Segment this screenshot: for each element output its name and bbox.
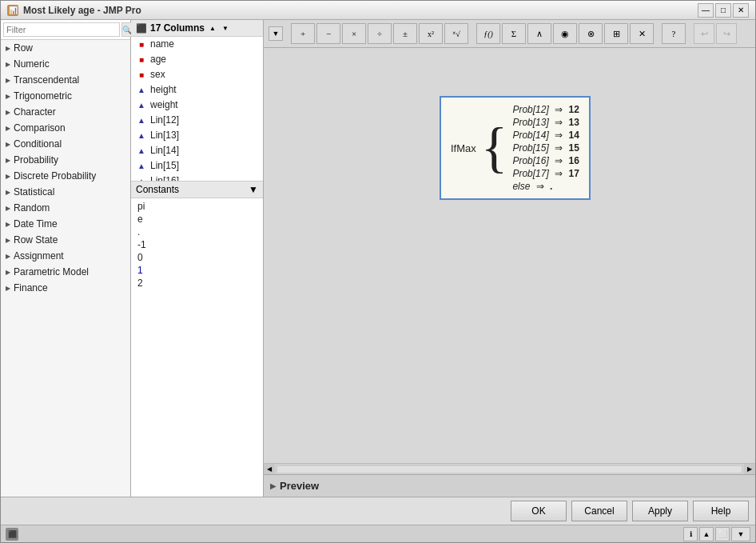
col-item-height[interactable]: ▲height — [131, 82, 263, 98]
sidebar-item-discrete-probability[interactable]: ▶Discrete Probability — [1, 168, 130, 184]
const-item[interactable]: e — [137, 213, 257, 226]
col-icon-blue: ▲ — [136, 161, 147, 170]
col-item-name[interactable]: ■name — [131, 37, 263, 52]
tensor-btn[interactable]: ⊗ — [579, 23, 603, 44]
formula-row-0: Prob[12] ⇒ 12 — [512, 104, 579, 115]
col-icon-red: ■ — [136, 54, 147, 64]
const-item[interactable]: 2 — [137, 277, 257, 289]
col-item-lin-16-[interactable]: ▲Lin[16] — [131, 174, 263, 181]
nav-info-btn[interactable]: ℹ — [683, 527, 698, 541]
sidebar-item-numeric[interactable]: ▶Numeric — [1, 56, 130, 72]
nav-dropdown-btn[interactable]: ▼ — [731, 527, 750, 541]
col-scroll-up[interactable]: ▲ — [208, 23, 217, 33]
help-button[interactable]: Help — [693, 501, 749, 521]
undo-btn[interactable]: ↩ — [694, 23, 714, 44]
col-item-sex[interactable]: ■sex — [131, 67, 263, 82]
col-scroll-down[interactable]: ▼ — [221, 23, 230, 33]
apply-button[interactable]: Apply — [632, 501, 688, 521]
delete-formula-btn[interactable]: ✕ — [630, 23, 654, 44]
help-formula-btn[interactable]: ? — [662, 23, 686, 44]
col-item-lin-14-[interactable]: ▲Lin[14] — [131, 143, 263, 158]
col-icon-blue: ▲ — [136, 100, 147, 110]
const-item[interactable]: 1 — [137, 264, 257, 277]
grid-btn[interactable]: ⊞ — [604, 23, 628, 44]
add-btn[interactable]: + — [291, 23, 315, 44]
horizontal-scrollbar[interactable]: ◀ ▶ — [264, 463, 755, 474]
ok-button[interactable]: OK — [511, 501, 567, 521]
col-icon-blue: ▲ — [136, 146, 147, 155]
close-button[interactable]: ✕ — [733, 3, 749, 18]
nav-up-btn[interactable]: ▲ — [699, 527, 714, 541]
col-item-weight[interactable]: ▲weight — [131, 98, 263, 113]
cat-label: Statistical — [14, 186, 54, 198]
sidebar-item-transcendental[interactable]: ▶Transcendental — [1, 72, 130, 88]
formula-toolbar: ▼ + − × ÷ ± x² ˣ√ ƒ() Σ ∧ ◉ ⊗ ⊞ ✕ ? — [264, 20, 755, 48]
sum-btn[interactable]: Σ — [502, 23, 526, 44]
subtract-btn[interactable]: − — [316, 23, 340, 44]
const-item[interactable]: -1 — [137, 238, 257, 251]
formula-arrow: ⇒ — [552, 104, 566, 115]
sidebar-item-probability[interactable]: ▶Probability — [1, 152, 130, 168]
const-item[interactable]: pi — [137, 200, 257, 213]
maximize-button[interactable]: □ — [715, 3, 731, 18]
filter-input[interactable] — [3, 22, 120, 37]
multiply-btn[interactable]: × — [342, 23, 366, 44]
app-icon: 📊 — [7, 5, 18, 16]
col-name: Lin[12] — [150, 114, 179, 126]
cat-label: Parametric Model — [14, 266, 89, 277]
status-bar: ⬛ ℹ ▲ ⬜ ▼ — [1, 525, 755, 542]
formula-box[interactable]: IfMax { Prob[12] ⇒ 12Prob[13] ⇒ 13Prob[1… — [440, 96, 591, 200]
divide-btn[interactable]: ÷ — [368, 23, 392, 44]
sidebar-item-row-state[interactable]: ▶Row State — [1, 232, 130, 248]
cancel-button[interactable]: Cancel — [571, 501, 627, 521]
plusminus-btn[interactable]: ± — [393, 23, 417, 44]
col-item-age[interactable]: ■age — [131, 52, 263, 67]
col-icon-blue: ▲ — [136, 85, 147, 94]
redo-btn[interactable]: ↪ — [716, 23, 737, 44]
constants-header[interactable]: Constants ▼ — [131, 182, 263, 198]
cat-arrow: ▶ — [6, 173, 10, 180]
search-bar: 🔍 ▼ — [1, 20, 130, 40]
cat-arrow: ▶ — [6, 269, 10, 276]
nthroot-btn[interactable]: ˣ√ — [444, 23, 468, 44]
square-btn[interactable]: x² — [419, 23, 443, 44]
sidebar-item-comparison[interactable]: ▶Comparison — [1, 120, 130, 136]
const-item[interactable]: 0 — [137, 251, 257, 264]
sidebar-item-conditional[interactable]: ▶Conditional — [1, 136, 130, 152]
scroll-track[interactable] — [277, 465, 742, 473]
col-item-lin-12-[interactable]: ▲Lin[12] — [131, 113, 263, 128]
circle-btn[interactable]: ◉ — [553, 23, 577, 44]
sidebar-item-assignment[interactable]: ▶Assignment — [1, 248, 130, 264]
window-controls: — □ ✕ — [698, 3, 749, 18]
columns-count: 17 Columns — [150, 22, 205, 34]
cat-label: Finance — [14, 282, 48, 293]
sidebar-item-statistical[interactable]: ▶Statistical — [1, 184, 130, 200]
formula-row-5: Prob[17] ⇒ 17 — [512, 168, 579, 179]
cat-label: Date Time — [14, 218, 58, 230]
scroll-left-btn[interactable]: ◀ — [264, 464, 275, 475]
sidebar-item-trigonometric[interactable]: ▶Trigonometric — [1, 88, 130, 104]
const-item[interactable]: . — [137, 226, 257, 238]
preview-arrow[interactable]: ▶ — [270, 481, 277, 490]
formula-menu-btn[interactable]: ▼ — [269, 26, 283, 41]
minimize-button[interactable]: — — [698, 3, 714, 18]
sidebar-item-character[interactable]: ▶Character — [1, 104, 130, 120]
col-item-lin-15-[interactable]: ▲Lin[15] — [131, 158, 263, 174]
sidebar-item-random[interactable]: ▶Random — [1, 200, 130, 216]
sidebar-item-finance[interactable]: ▶Finance — [1, 280, 130, 296]
col-icon-blue: ▲ — [136, 130, 147, 140]
open-bracket: { — [481, 120, 508, 176]
col-item-lin-13-[interactable]: ▲Lin[13] — [131, 128, 263, 143]
sidebar-item-row[interactable]: ▶Row — [1, 40, 130, 56]
main-area: 🔍 ▼ ▶Row▶Numeric▶Transcendental▶Trigonom… — [1, 20, 755, 497]
nav-screen-btn[interactable]: ⬜ — [715, 527, 730, 541]
status-icon[interactable]: ⬛ — [6, 528, 18, 541]
sidebar-item-parametric-model[interactable]: ▶Parametric Model — [1, 264, 130, 280]
cat-label: Row — [14, 42, 33, 54]
function-btn[interactable]: ƒ() — [476, 23, 500, 44]
formula-row-4: Prob[16] ⇒ 16 — [512, 155, 579, 166]
and-btn[interactable]: ∧ — [527, 23, 551, 44]
scroll-right-btn[interactable]: ▶ — [744, 464, 755, 475]
columns-panel: ⬛ 17 Columns ▲ ▼ ■name■age■sex▲height▲we… — [131, 20, 264, 497]
sidebar-item-date-time[interactable]: ▶Date Time — [1, 216, 130, 232]
